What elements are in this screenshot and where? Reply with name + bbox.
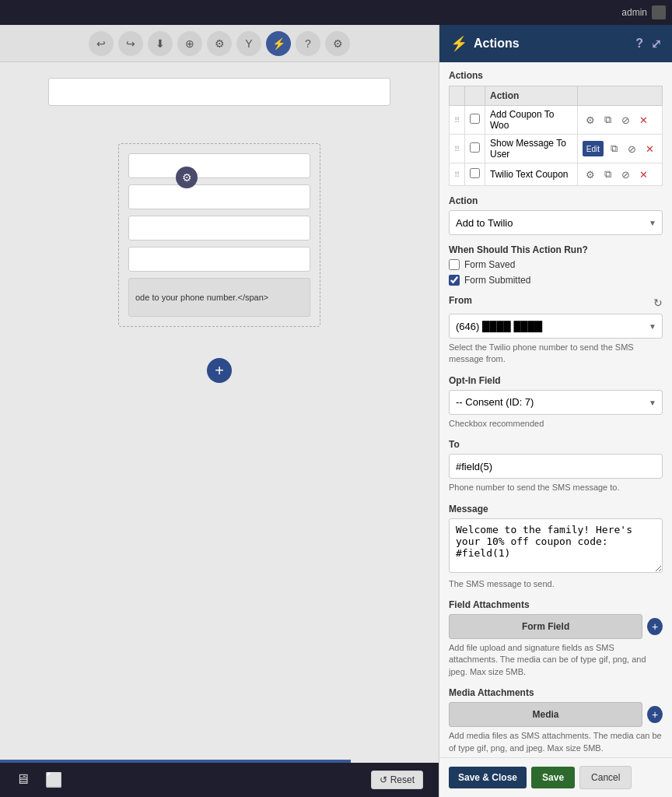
- media-button[interactable]: Media: [449, 702, 642, 727]
- reset-button[interactable]: ↺ Reset: [371, 771, 423, 789]
- th-controls: [577, 86, 662, 106]
- disable-icon-btn-3[interactable]: ⊘: [618, 167, 634, 182]
- save-panel-button[interactable]: Save: [531, 767, 575, 788]
- form-row-3: [128, 216, 310, 241]
- help-header-icon[interactable]: ?: [635, 37, 643, 51]
- media-attachments-label: Media Attachments: [449, 687, 663, 698]
- message-hint: The SMS message to send.: [449, 578, 663, 590]
- drag-handle[interactable]: ⠿: [454, 170, 460, 179]
- action-section-label: Action: [449, 195, 663, 206]
- copy-icon-btn-2[interactable]: ⧉: [606, 141, 621, 156]
- form-saved-label: Form Saved: [464, 259, 515, 270]
- field-attachments-label: Field Attachments: [449, 599, 663, 610]
- opt-in-select-wrapper: -- Consent (ID: 7) ▼: [449, 390, 663, 415]
- media-hint: Add media files as SMS attachments. The …: [449, 730, 663, 754]
- form-saved-row[interactable]: Form Saved: [449, 259, 663, 270]
- form-submitted-row[interactable]: Form Submitted: [449, 275, 663, 286]
- form-field-btn-label: Form Field: [522, 621, 569, 632]
- cancel-button[interactable]: Cancel: [579, 766, 632, 789]
- row-checkbox-1[interactable]: [470, 114, 480, 124]
- action-name-1: Add Coupon To Woo: [485, 106, 578, 135]
- form-row-2: [128, 184, 310, 209]
- action-select[interactable]: Add to Twilio: [449, 210, 663, 235]
- target-button[interactable]: ⊕: [177, 31, 202, 56]
- media-attachments-section: Media Attachments Media + Add media file…: [449, 687, 663, 754]
- copy-icon-btn-3[interactable]: ⧉: [600, 167, 616, 182]
- form-text-content: ode to your phone number.</span>: [135, 293, 268, 302]
- branch-button[interactable]: Y: [236, 31, 261, 56]
- canvas-bottom: +: [194, 346, 244, 395]
- reset-label: Reset: [390, 774, 415, 785]
- disable-icon-btn-2[interactable]: ⊘: [624, 141, 639, 156]
- drag-handle[interactable]: ⠿: [454, 116, 460, 125]
- th-action: Action: [485, 86, 578, 106]
- field-attachments-section: Field Attachments Form Field + Add file …: [449, 599, 663, 678]
- message-section: Message Welcome to the family! Here's yo…: [449, 504, 663, 590]
- save-button[interactable]: ⬇: [148, 31, 173, 56]
- lightning-header-icon: ⚡: [450, 35, 467, 52]
- top-bar: admin: [0, 0, 672, 25]
- left-panel: ↩ ↪ ⬇ ⊕ ⚙ Y ⚡ ? ⚙ ⚙ ode to your phone: [0, 25, 439, 797]
- panel-body: Actions Action ⠿ Add Coupon To Woo: [439, 62, 672, 757]
- action-icons-1: ⚙ ⧉ ⊘ ✕: [583, 112, 657, 128]
- to-input[interactable]: [449, 454, 663, 479]
- form-row-4: [128, 247, 310, 272]
- tablet-icon[interactable]: ⬜: [45, 771, 62, 788]
- toolbar: ↩ ↪ ⬇ ⊕ ⚙ Y ⚡ ? ⚙: [0, 25, 439, 62]
- table-row: ⠿ Add Coupon To Woo ⚙ ⧉ ⊘ ✕: [450, 106, 663, 135]
- drag-handle[interactable]: ⠿: [454, 145, 460, 153]
- help-button[interactable]: ?: [296, 31, 320, 56]
- from-select[interactable]: (646) ████ ████: [449, 314, 663, 339]
- add-media-button[interactable]: +: [647, 706, 663, 723]
- undo-button[interactable]: ↩: [89, 31, 114, 56]
- form-block: ode to your phone number.</span>: [118, 143, 320, 327]
- to-label: To: [449, 439, 663, 450]
- edit-btn-2[interactable]: Edit: [583, 141, 604, 156]
- from-row: From ↻: [449, 295, 663, 310]
- panel-title: Actions: [474, 37, 520, 51]
- th-checkbox: [465, 86, 485, 106]
- message-label: Message: [449, 504, 663, 514]
- bottom-bar: 🖥 ⬜ ↺ Reset: [0, 763, 439, 797]
- redo-button[interactable]: ↪: [118, 31, 143, 56]
- add-element-button[interactable]: +: [207, 358, 232, 383]
- add-form-field-button[interactable]: +: [647, 618, 663, 635]
- disable-icon-btn-1[interactable]: ⊘: [618, 112, 634, 128]
- message-textarea[interactable]: Welcome to the family! Here's your 10% o…: [449, 518, 663, 573]
- settings-icon-btn-1[interactable]: ⚙: [583, 112, 598, 128]
- when-label: When Should This Action Run?: [449, 244, 663, 255]
- form-saved-checkbox[interactable]: [449, 259, 460, 270]
- settings-icon-btn-3[interactable]: ⚙: [583, 167, 598, 182]
- form-submitted-checkbox[interactable]: [449, 275, 460, 286]
- canvas-gear-icon[interactable]: ⚙: [176, 167, 198, 188]
- row-checkbox-3[interactable]: [470, 168, 480, 178]
- delete-icon-btn-1[interactable]: ✕: [636, 112, 652, 128]
- field-attachments-hint: Add file upload and signature fields as …: [449, 642, 663, 678]
- form-field-button[interactable]: Form Field: [449, 614, 642, 639]
- action-name-2: Show Message To User: [485, 135, 578, 163]
- actions-table: Action ⠿ Add Coupon To Woo ⚙ ⧉ ⊘: [449, 86, 663, 186]
- opt-in-select[interactable]: -- Consent (ID: 7): [449, 390, 663, 415]
- copy-icon-btn-1[interactable]: ⧉: [600, 112, 616, 128]
- admin-area: admin: [621, 5, 666, 19]
- th-handle: [450, 86, 465, 106]
- from-label: From: [449, 295, 472, 306]
- bottom-right: ↺ Reset: [371, 771, 423, 789]
- action-icons-2: Edit ⧉ ⊘ ✕: [583, 141, 657, 156]
- form-text-row: ode to your phone number.</span>: [128, 278, 310, 317]
- row-checkbox-2[interactable]: [470, 142, 480, 153]
- lightning-button[interactable]: ⚡: [266, 31, 291, 56]
- progress-bar: [0, 760, 351, 763]
- action-select-wrapper: Add to Twilio ▼: [449, 210, 663, 235]
- delete-icon-btn-3[interactable]: ✕: [636, 167, 652, 182]
- delete-icon-btn-2[interactable]: ✕: [642, 141, 657, 156]
- panel-header-icons: ? ⤢: [635, 37, 661, 51]
- action-icons-3: ⚙ ⧉ ⊘ ✕: [583, 167, 657, 182]
- desktop-icon[interactable]: 🖥: [16, 771, 30, 788]
- expand-header-icon[interactable]: ⤢: [651, 37, 661, 51]
- media-btn-label: Media: [533, 709, 559, 720]
- refresh-button[interactable]: ↻: [653, 297, 663, 309]
- save-close-button[interactable]: Save & Close: [449, 767, 527, 788]
- wrench-button[interactable]: ⚙: [207, 31, 232, 56]
- settings-toolbar-button[interactable]: ⚙: [325, 31, 350, 56]
